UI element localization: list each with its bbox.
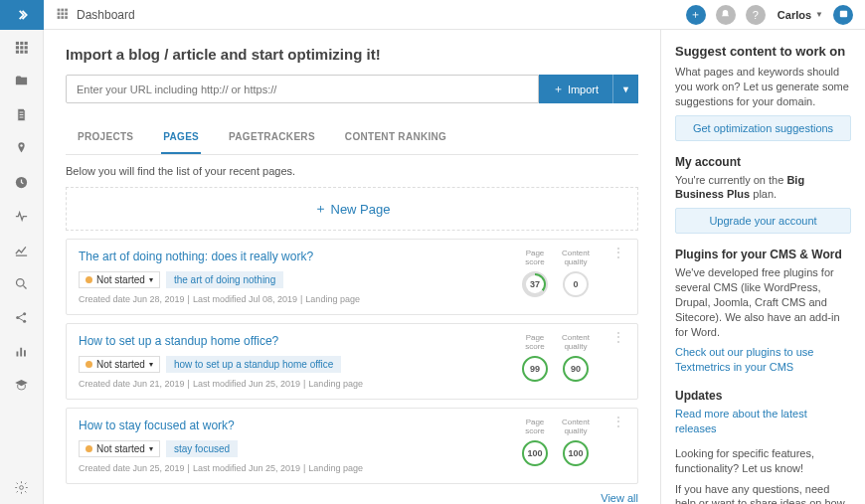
bar-chart-icon[interactable] — [0, 334, 44, 368]
account-heading: My account — [675, 155, 851, 169]
svg-rect-27 — [65, 16, 68, 19]
quality-score-label: Contentquality — [562, 334, 590, 352]
pin-icon[interactable] — [0, 131, 44, 165]
upgrade-account-button[interactable]: Upgrade your account — [675, 208, 851, 234]
import-button[interactable]: ＋Import — [539, 75, 612, 103]
new-page-button[interactable]: ＋ New Page — [66, 187, 638, 231]
svg-rect-20 — [61, 8, 64, 11]
svg-rect-28 — [839, 11, 846, 17]
svg-point-12 — [16, 315, 19, 318]
plugins-link[interactable]: Check out our plugins to use Textmetrics… — [675, 346, 813, 373]
help-icon[interactable]: ? — [746, 5, 766, 25]
page-score-label: Pagescore — [522, 419, 548, 436]
list-subtext: Below you will find the list of your rec… — [66, 165, 638, 177]
svg-rect-19 — [58, 8, 61, 11]
tab-content-ranking[interactable]: CONTENT RANKING — [343, 121, 448, 154]
page-title-link[interactable]: How to stay focused at work? — [79, 419, 235, 432]
folder-icon[interactable] — [0, 64, 44, 97]
content-tabs: PROJECTS PAGES PAGETRACKERS CONTENT RANK… — [66, 121, 638, 155]
svg-rect-8 — [25, 50, 28, 53]
card-menu-icon[interactable]: ⋮ — [611, 334, 625, 341]
chart-line-icon[interactable] — [0, 233, 44, 266]
intercom-icon[interactable] — [833, 5, 853, 25]
svg-rect-26 — [61, 16, 64, 19]
svg-point-18 — [20, 485, 24, 489]
plugins-heading: Plugins for your CMS & Word — [675, 248, 851, 261]
logo-icon[interactable] — [0, 0, 44, 30]
page-card: How to stay focused at work? Not started… — [66, 408, 638, 484]
add-button[interactable]: ＋ — [686, 5, 706, 25]
quality-score-ring: 0 — [563, 271, 589, 297]
user-name: Carlos — [778, 9, 811, 21]
page-title-link[interactable]: The art of doing nothing: does it really… — [79, 250, 313, 263]
clock-icon[interactable] — [0, 165, 44, 199]
svg-rect-15 — [17, 351, 19, 356]
svg-point-13 — [23, 312, 26, 315]
status-dot-icon — [86, 445, 92, 452]
status-dropdown[interactable]: Not started ▾ — [79, 356, 160, 373]
icon-sidebar — [0, 0, 44, 504]
grid-icon[interactable] — [0, 30, 44, 64]
page-score-label: Pagescore — [522, 250, 548, 267]
svg-rect-6 — [16, 50, 19, 53]
updates-link[interactable]: Read more about the latest releases — [675, 408, 807, 434]
svg-rect-5 — [25, 46, 28, 49]
page-meta: Created date Jun 28, 2019|Last modified … — [79, 294, 522, 304]
gear-icon[interactable] — [0, 470, 44, 504]
keyword-tag[interactable]: stay focused — [166, 440, 238, 457]
page-meta: Created date Jun 25, 2019|Last modified … — [79, 463, 522, 473]
search-icon[interactable] — [0, 266, 44, 300]
topbar: Dashboard ＋ ? Carlos▼ — [44, 0, 865, 30]
plugins-text: We've developed free plugins for several… — [675, 265, 851, 339]
status-dropdown[interactable]: Not started ▾ — [79, 440, 160, 457]
right-sidebar: Suggest content to work on What pages an… — [660, 30, 865, 504]
graduation-icon[interactable] — [0, 368, 44, 402]
svg-rect-4 — [20, 46, 23, 49]
quality-score-label: Contentquality — [562, 419, 590, 436]
svg-rect-17 — [24, 350, 26, 356]
share-icon[interactable] — [0, 300, 44, 334]
optimization-suggestions-button[interactable]: Get optimization suggestions — [675, 115, 851, 141]
updates-heading: Updates — [675, 389, 851, 403]
svg-rect-1 — [20, 41, 23, 44]
page-score-ring: 100 — [522, 440, 548, 466]
quality-score-label: Contentquality — [562, 250, 590, 267]
quality-score-ring: 90 — [563, 356, 589, 382]
import-dropdown[interactable]: ▼ — [612, 75, 638, 103]
svg-rect-22 — [58, 12, 61, 15]
suggest-heading: Suggest content to work on — [675, 44, 851, 59]
svg-rect-16 — [20, 347, 22, 356]
chevron-down-icon: ▼ — [815, 10, 823, 19]
page-score-ring: 99 — [522, 356, 548, 382]
page-card: How to set up a standup home office? Not… — [66, 323, 638, 400]
card-menu-icon[interactable]: ⋮ — [611, 250, 625, 256]
url-input[interactable] — [66, 75, 539, 103]
tab-pages[interactable]: PAGES — [161, 121, 201, 154]
keyword-tag[interactable]: how to set up a standup home office — [166, 356, 341, 373]
apps-icon[interactable] — [56, 7, 69, 23]
status-dot-icon — [86, 361, 92, 368]
import-heading: Import a blog / article and start optimi… — [66, 46, 638, 63]
svg-point-11 — [17, 278, 25, 286]
card-menu-icon[interactable]: ⋮ — [611, 419, 625, 425]
svg-rect-23 — [61, 12, 64, 15]
features-text: Looking for specific features, functiona… — [675, 446, 851, 476]
keyword-tag[interactable]: the art of doing nothing — [166, 271, 283, 288]
main-content: Import a blog / article and start optimi… — [44, 30, 660, 504]
svg-rect-25 — [58, 16, 61, 19]
svg-point-9 — [20, 144, 23, 147]
tab-projects[interactable]: PROJECTS — [76, 121, 135, 154]
tab-pagetrackers[interactable]: PAGETRACKERS — [227, 121, 317, 154]
view-all-link[interactable]: View all — [66, 492, 638, 504]
suggest-text: What pages and keywords should you work … — [675, 65, 851, 109]
svg-rect-2 — [25, 41, 28, 44]
status-dropdown[interactable]: Not started ▾ — [79, 271, 160, 288]
bell-icon[interactable] — [716, 5, 736, 25]
document-icon[interactable] — [0, 97, 44, 131]
help-text: If you have any questions, need help or … — [675, 482, 851, 505]
page-title-link[interactable]: How to set up a standup home office? — [79, 334, 278, 348]
heartbeat-icon[interactable] — [0, 199, 44, 233]
svg-rect-21 — [65, 8, 68, 11]
page-meta: Created date Jun 21, 2019|Last modified … — [79, 379, 522, 389]
user-menu[interactable]: Carlos▼ — [778, 9, 823, 21]
